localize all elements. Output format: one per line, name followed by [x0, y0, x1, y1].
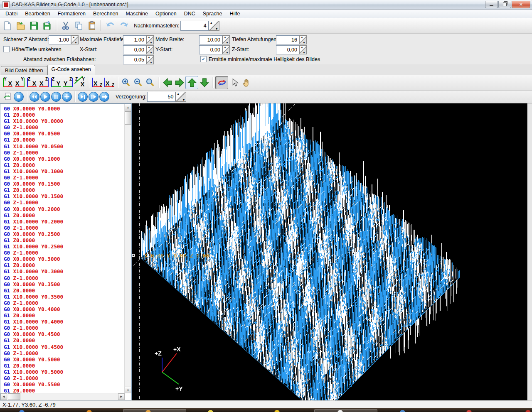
save-button[interactable]: [27, 19, 41, 32]
horizontal-scrollbar[interactable]: ◀ ▶: [0, 393, 125, 400]
menu-formatieren[interactable]: Formatieren: [54, 10, 89, 17]
redo-button[interactable]: [117, 19, 131, 32]
taskbar-icon[interactable]: [86, 410, 92, 412]
close-button[interactable]: ×: [512, 1, 530, 8]
gcode-3d-view[interactable]: [132, 103, 527, 400]
step-icon: [89, 92, 98, 101]
max-depth-spinner[interactable]: ▲▼: [146, 35, 154, 44]
save-as-button[interactable]: [41, 19, 54, 32]
pan-up-button[interactable]: [185, 76, 198, 89]
horizontal-scroll-thumb[interactable]: [8, 393, 20, 400]
taskbar-window-button[interactable]: [314, 409, 377, 412]
view-xy-button[interactable]: XY: [14, 76, 26, 89]
decimal-places-input[interactable]: 4: [180, 21, 209, 31]
new-file-button[interactable]: [1, 19, 14, 32]
max-depth-input[interactable]: 1.00: [123, 35, 146, 44]
checkbox-box[interactable]: [3, 46, 10, 52]
cut-button[interactable]: [59, 19, 72, 32]
undo-button[interactable]: [104, 19, 117, 32]
view-xz-button[interactable]: XZ: [38, 76, 50, 89]
motif-width-spinner[interactable]: ▲▼: [222, 35, 230, 44]
taskbar-icon[interactable]: [208, 410, 213, 412]
safe-z-input[interactable]: -1.00: [49, 35, 71, 44]
pan-right-button[interactable]: [173, 76, 185, 89]
speed-up-button[interactable]: [62, 92, 72, 102]
delay-spinner[interactable]: ▲▼: [175, 92, 186, 102]
checkbox-check-icon[interactable]: ✓: [200, 56, 207, 62]
depth-steps-spinner[interactable]: ▲▼: [299, 35, 307, 44]
path-distance-input[interactable]: 0.05: [123, 55, 146, 64]
rewind-button[interactable]: [29, 92, 40, 102]
x-start-input[interactable]: 0,00: [123, 45, 146, 54]
view-zx-button[interactable]: ZX: [26, 76, 38, 89]
menu-dnc[interactable]: DNC: [180, 10, 199, 17]
tab-gcode-ansehen[interactable]: G-Code ansehen: [47, 65, 95, 75]
view-iso-button[interactable]: ZYX: [74, 76, 86, 89]
title-bar[interactable]: CAD-KAS Bilder zu G-Code 1.0 - [unbenann…: [0, 0, 532, 10]
menu-sprache[interactable]: Sprache: [199, 10, 226, 17]
menu-berechnen[interactable]: Berechnen: [89, 10, 122, 17]
safe-z-spinner[interactable]: ▲▼: [71, 35, 79, 44]
view-yx-button[interactable]: YX: [2, 76, 14, 89]
copy-button[interactable]: [72, 19, 86, 32]
view-yz-button[interactable]: YZ: [62, 76, 74, 89]
scroll-right-button[interactable]: ▶: [118, 393, 125, 400]
taskbar-icon[interactable]: [525, 410, 531, 412]
select-cursor-button[interactable]: [228, 76, 240, 89]
pan-down-button[interactable]: [198, 76, 210, 89]
path-distance-spinner[interactable]: ▲▼: [146, 55, 154, 64]
tab-bild-datei-oeffnen[interactable]: Bild Datei öffnen: [1, 66, 47, 75]
menu-maschine[interactable]: Maschine: [122, 10, 152, 17]
view-zy-button[interactable]: ZY: [50, 76, 62, 89]
regenerate-button[interactable]: [2, 92, 13, 102]
decimal-places-spinner[interactable]: ▲ ▼: [209, 21, 219, 31]
menu-datei[interactable]: Datei: [2, 10, 21, 17]
pan-left-button[interactable]: [161, 76, 173, 89]
zoom-out-button[interactable]: [132, 76, 144, 89]
brightness-checkbox[interactable]: ✓ Ermittle minimale/maximale Helligkeit …: [200, 56, 320, 62]
zoom-button[interactable]: [144, 76, 156, 89]
windows-taskbar[interactable]: [0, 408, 532, 412]
zoom-in-button[interactable]: [120, 76, 132, 89]
minimize-button[interactable]: [485, 1, 498, 8]
scroll-left-button[interactable]: ◀: [0, 393, 7, 400]
forward-button[interactable]: [99, 92, 110, 102]
depth-steps-input[interactable]: 16: [276, 35, 299, 44]
invert-height-checkbox[interactable]: Höhe/Tiefe umkehren: [3, 46, 62, 52]
menu-bearbeiten[interactable]: Bearbeiten: [21, 10, 54, 17]
rotate-view-button[interactable]: [215, 76, 228, 89]
spin-down-icon[interactable]: ▼: [215, 27, 218, 30]
scroll-up-button[interactable]: ▲: [125, 104, 131, 110]
motif-width-input[interactable]: 10.00: [199, 35, 222, 44]
taskbar-icon[interactable]: [466, 410, 472, 412]
view-xz-back-button[interactable]: XZ: [103, 76, 115, 89]
restore-button[interactable]: [498, 1, 511, 8]
paste-button[interactable]: [86, 19, 99, 32]
spin-up-icon[interactable]: ▲: [210, 21, 213, 24]
open-file-button[interactable]: [14, 19, 27, 32]
pan-hand-button[interactable]: [240, 76, 252, 89]
stop-button[interactable]: [13, 92, 24, 102]
z-start-input[interactable]: 0,00: [276, 45, 299, 54]
pause-button[interactable]: [51, 92, 62, 102]
x-start-spinner[interactable]: ▲▼: [146, 45, 154, 54]
taskbar-icon[interactable]: [19, 410, 25, 412]
scroll-down-button[interactable]: ▼: [125, 387, 131, 393]
y-start-spinner[interactable]: ▲▼: [222, 45, 230, 54]
gcode-list[interactable]: G0 X0.0000 Y0.0000G1 Z0.0000G1 X10.0000 …: [1, 105, 124, 393]
play-button[interactable]: [40, 92, 51, 102]
menu-hilfe[interactable]: Hilfe: [226, 10, 244, 17]
gcode-list-panel[interactable]: G0 X0.0000 Y0.0000G1 Z0.0000G1 X10.0000 …: [0, 103, 132, 400]
taskbar-icon[interactable]: [274, 410, 280, 412]
y-start-input[interactable]: 0,00: [199, 45, 222, 54]
view-xz-front-button[interactable]: XZ: [91, 76, 103, 89]
z-start-spinner[interactable]: ▲▼: [299, 45, 307, 54]
delay-input[interactable]: 50: [147, 92, 175, 102]
step-button[interactable]: [88, 92, 99, 102]
vertical-scrollbar[interactable]: ▲ ▼: [124, 104, 131, 393]
menu-optionen[interactable]: Optionen: [152, 10, 180, 17]
step-to-end-button[interactable]: [77, 92, 88, 102]
vertical-scroll-thumb[interactable]: [125, 111, 131, 125]
taskbar-window-button[interactable]: [123, 409, 186, 412]
taskbar-icon[interactable]: [400, 410, 405, 412]
